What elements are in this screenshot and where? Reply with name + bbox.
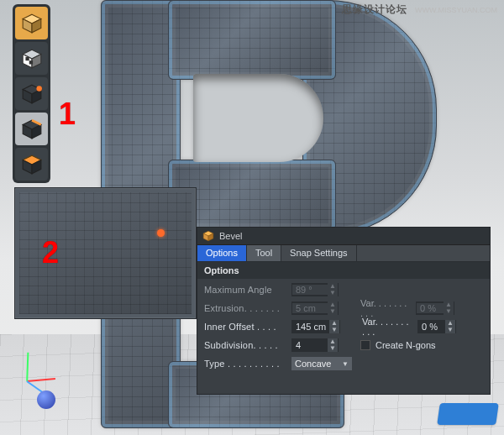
bevel-panel: Bevel Options Tool Snap Settings Options…: [197, 227, 491, 395]
watermark: 思缘设计论坛 WWW.MISSYUAN.COM: [342, 3, 497, 17]
tab-snap-settings[interactable]: Snap Settings: [281, 245, 357, 261]
axis-y: [26, 353, 29, 381]
subdivision-input[interactable]: 4 ▲▼: [291, 338, 339, 352]
label-create-ngons: Create N-gons: [375, 340, 436, 350]
create-ngons-checkbox[interactable]: [360, 340, 370, 350]
label-extrusion-var: Var. . . . . . . . . .: [360, 298, 411, 318]
label-inner-offset-var: Var. . . . . . . . . .: [362, 317, 412, 337]
step-down-icon: ▼: [444, 308, 454, 315]
label-inner-offset: Inner Offset . . . .: [204, 322, 286, 332]
panel-tabs: Options Tool Snap Settings: [197, 245, 490, 262]
annotation-1: 1: [59, 97, 76, 132]
panel-title-bar[interactable]: Bevel: [197, 228, 490, 245]
axis-x: [27, 378, 55, 382]
cube-poly-icon: [21, 154, 43, 176]
axis-gizmo[interactable]: [8, 347, 55, 393]
point-tool-button[interactable]: [15, 77, 48, 110]
label-subdivision: Subdivision. . . . .: [204, 340, 286, 350]
label-maximum-angle: Maximum Angle: [204, 285, 286, 295]
svg-rect-6: [25, 56, 29, 60]
svg-point-11: [36, 86, 42, 92]
model-tool-button[interactable]: [15, 7, 48, 39]
step-down-icon: ▼: [328, 290, 338, 296]
row-extrusion: Extrusion. . . . . . . 5 cm ▲▼ Var. . . …: [204, 301, 485, 316]
inner-offset-var-input[interactable]: 0 % ▲▼: [417, 320, 456, 333]
axis-origin-icon: [37, 390, 55, 409]
cube-checker-icon: [21, 48, 43, 70]
label-type: Type . . . . . . . . . .: [204, 359, 286, 369]
edge-tool-button[interactable]: [15, 113, 48, 145]
mode-palette: [13, 4, 50, 183]
panel-title: Bevel: [219, 231, 243, 241]
mesh-segment: [168, 0, 336, 80]
cube-icon: [21, 13, 43, 34]
label-extrusion: Extrusion. . . . . . .: [204, 303, 286, 313]
type-dropdown[interactable]: Concave ▼: [291, 357, 352, 370]
cube-point-icon: [21, 83, 43, 105]
extrusion-var-input: 0 % ▲▼: [416, 301, 454, 315]
step-down-icon[interactable]: ▼: [445, 327, 455, 333]
step-down-icon[interactable]: ▼: [328, 345, 338, 352]
watermark-cn: 思缘设计论坛: [342, 3, 407, 15]
tab-options[interactable]: Options: [197, 245, 247, 261]
step-down-icon[interactable]: ▼: [329, 327, 339, 333]
row-maximum-angle: Maximum Angle 89 ° ▲▼: [204, 282, 485, 297]
tab-tool[interactable]: Tool: [247, 245, 281, 261]
row-inner-offset: Inner Offset . . . . 145 cm ▲▼ Var. . . …: [204, 319, 485, 334]
texture-tool-button[interactable]: [15, 42, 48, 75]
svg-rect-7: [29, 60, 32, 64]
watermark-url: WWW.MISSYUAN.COM: [415, 6, 497, 14]
annotation-2: 2: [42, 235, 59, 270]
inner-offset-input[interactable]: 145 cm ▲▼: [291, 320, 340, 333]
cube-edge-icon: [21, 118, 43, 140]
row-type: Type . . . . . . . . . . Concave ▼: [204, 356, 485, 371]
section-header: Options: [197, 262, 490, 279]
mesh-hole: [193, 74, 323, 162]
ribbon-badge: [437, 403, 499, 425]
chevron-down-icon: ▼: [342, 360, 349, 368]
selected-point-icon: [157, 229, 165, 237]
row-subdivision: Subdivision. . . . . 4 ▲▼ Create N-gons: [204, 338, 485, 353]
polygon-tool-button[interactable]: [15, 148, 48, 181]
extrusion-input: 5 cm ▲▼: [291, 301, 339, 315]
step-down-icon: ▼: [328, 308, 338, 315]
bevel-icon: [202, 230, 214, 242]
maximum-angle-input: 89 ° ▲▼: [291, 283, 339, 296]
